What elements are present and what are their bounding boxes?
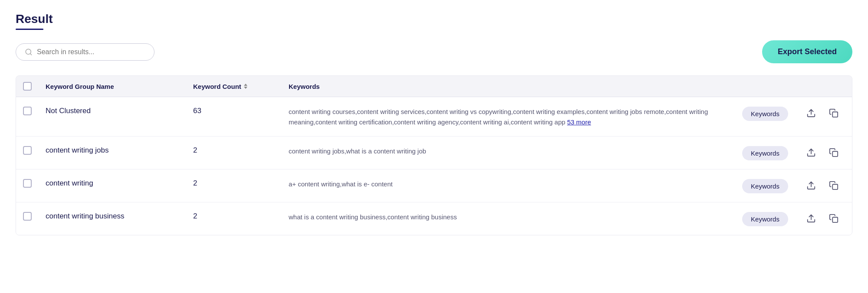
row-checkbox-cwj[interactable]	[23, 146, 32, 155]
export-button[interactable]: Export Selected	[762, 40, 852, 63]
svg-line-1	[30, 53, 31, 55]
keywords-button-cell: Keywords	[730, 106, 800, 121]
page-title: Result	[16, 12, 852, 26]
results-table: Keyword Group Name Keyword Count Keyword…	[16, 75, 852, 235]
more-link[interactable]: 53 more	[567, 118, 591, 126]
copy-button-cell	[822, 211, 845, 225]
upload-button-cell	[800, 145, 822, 159]
copy-button[interactable]	[827, 212, 840, 225]
row-checkbox-cell	[23, 211, 46, 221]
upload-icon	[806, 181, 816, 190]
copy-button[interactable]	[827, 107, 840, 120]
title-underline	[16, 29, 43, 30]
row-keywords: what is a content writing business,conte…	[289, 211, 730, 222]
keywords-button[interactable]: Keywords	[742, 146, 788, 160]
upload-button-cell	[800, 106, 822, 120]
keywords-button-cell: Keywords	[730, 145, 800, 160]
copy-button-cell	[822, 145, 845, 159]
keywords-button-cell: Keywords	[730, 178, 800, 193]
copy-icon	[829, 148, 838, 157]
upload-button-cell	[800, 211, 822, 225]
row-checkbox-not-clustered[interactable]	[23, 107, 32, 115]
row-checkbox-cwb[interactable]	[23, 212, 32, 221]
row-count: 63	[193, 106, 289, 115]
row-group-name: content writing jobs	[46, 145, 193, 155]
copy-icon	[829, 181, 838, 190]
copy-button-cell	[822, 106, 845, 120]
upload-icon	[806, 108, 816, 118]
row-count: 2	[193, 211, 289, 221]
row-keywords: content writing courses,content writing …	[289, 106, 730, 127]
row-group-name: content writing	[46, 178, 193, 188]
upload-button[interactable]	[805, 146, 818, 159]
copy-icon	[829, 214, 838, 223]
table-row: content writing 2 a+ content writing,wha…	[16, 169, 852, 202]
svg-rect-5	[832, 151, 838, 156]
row-count: 2	[193, 145, 289, 155]
search-icon	[25, 48, 33, 56]
upload-icon	[806, 214, 816, 223]
keywords-button[interactable]: Keywords	[742, 107, 788, 121]
row-count: 2	[193, 178, 289, 188]
header-checkbox-cell	[23, 82, 46, 91]
table-row: Not Clustered 63 content writing courses…	[16, 97, 852, 137]
row-group-name: Not Clustered	[46, 106, 193, 115]
upload-button[interactable]	[805, 107, 818, 120]
table-header: Keyword Group Name Keyword Count Keyword…	[16, 76, 852, 97]
select-all-checkbox[interactable]	[23, 82, 32, 91]
row-checkbox-cell	[23, 106, 46, 115]
upload-button[interactable]	[805, 179, 818, 192]
page-container: Result Export Selected Keyword Group Nam…	[0, 0, 868, 247]
search-box[interactable]	[16, 43, 155, 61]
row-checkbox-cw[interactable]	[23, 179, 32, 188]
page-title-section: Result	[16, 12, 852, 30]
svg-rect-7	[832, 184, 838, 189]
header-count: Keyword Count	[193, 83, 289, 90]
row-checkbox-cell	[23, 178, 46, 188]
row-group-name: content writing business	[46, 211, 193, 221]
upload-button[interactable]	[805, 212, 818, 225]
upload-button-cell	[800, 178, 822, 192]
keywords-button-cell: Keywords	[730, 211, 800, 226]
copy-button[interactable]	[827, 146, 840, 159]
row-keywords: content writing jobs,what is a content w…	[289, 145, 730, 156]
copy-button[interactable]	[827, 179, 840, 192]
search-input[interactable]	[37, 48, 145, 56]
table-row: content writing business 2 what is a con…	[16, 202, 852, 235]
copy-icon	[829, 108, 838, 118]
header-group-name: Keyword Group Name	[46, 83, 193, 90]
row-keywords: a+ content writing,what is e- content	[289, 178, 730, 189]
sort-icon[interactable]	[244, 84, 247, 89]
row-checkbox-cell	[23, 145, 46, 155]
keywords-button[interactable]: Keywords	[742, 179, 788, 193]
keywords-button[interactable]: Keywords	[742, 212, 788, 226]
upload-icon	[806, 148, 816, 157]
table-row: content writing jobs 2 content writing j…	[16, 137, 852, 169]
svg-rect-3	[832, 112, 838, 117]
svg-rect-9	[832, 217, 838, 222]
copy-button-cell	[822, 178, 845, 192]
header-keywords: Keywords	[289, 83, 730, 90]
toolbar: Export Selected	[16, 40, 852, 63]
